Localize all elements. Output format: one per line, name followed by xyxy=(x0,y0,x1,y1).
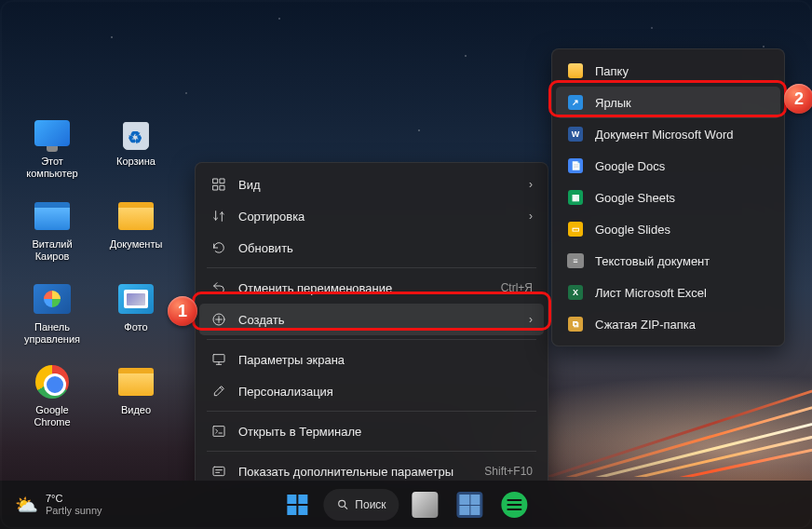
undo-icon xyxy=(210,279,227,296)
menu-item-open-terminal[interactable]: Открыть в Терминале xyxy=(199,415,544,447)
svg-rect-2 xyxy=(213,185,218,190)
submenu-item-txt[interactable]: ≡ Текстовый документ xyxy=(556,245,780,277)
word-icon: W xyxy=(568,127,583,142)
svg-point-8 xyxy=(339,500,345,507)
menu-label: Google Slides xyxy=(595,223,769,237)
weather-temp: 7°C xyxy=(46,493,102,505)
menu-item-new[interactable]: Создать › xyxy=(199,304,544,335)
menu-separator xyxy=(207,267,536,268)
plus-icon xyxy=(210,311,227,328)
windows-icon xyxy=(287,495,307,515)
menu-label: Сжатая ZIP-папка xyxy=(595,318,769,332)
menu-item-refresh[interactable]: Обновить xyxy=(199,232,544,264)
submenu-item-gslides[interactable]: ▭ Google Slides xyxy=(556,213,780,245)
submenu-item-zip[interactable]: ⧉ Сжатая ZIP-папка xyxy=(556,308,780,340)
monitor-icon xyxy=(34,120,70,146)
icon-label: Этот компьютер xyxy=(20,156,84,180)
chevron-right-icon: › xyxy=(529,178,533,191)
gsheets-icon: ▦ xyxy=(568,190,583,205)
menu-label: Обновить xyxy=(238,241,533,255)
menu-item-personalize[interactable]: Персонализация xyxy=(199,375,544,407)
taskbar: ⛅ 7°C Partly sunny Поиск xyxy=(0,481,812,529)
desktop-icon-chrome[interactable]: Google Chrome xyxy=(20,362,84,428)
search-icon xyxy=(336,498,349,511)
svg-rect-3 xyxy=(220,185,224,190)
submenu-item-word[interactable]: W Документ Microsoft Word xyxy=(556,118,780,150)
photos-icon xyxy=(118,284,154,314)
taskbar-app-calc[interactable] xyxy=(452,486,489,523)
start-button[interactable] xyxy=(278,486,316,523)
folder-icon xyxy=(34,202,70,230)
menu-item-view[interactable]: Вид › xyxy=(199,169,544,200)
shortcut-icon: ↗ xyxy=(568,95,583,110)
chevron-right-icon: › xyxy=(529,210,533,223)
chevron-right-icon: › xyxy=(529,313,533,326)
icon-label: Документы xyxy=(110,238,163,251)
folder-icon xyxy=(568,63,583,78)
taskbar-app-spotify[interactable] xyxy=(496,486,534,523)
display-icon xyxy=(210,351,227,368)
control-panel-icon xyxy=(34,284,71,314)
search-placeholder: Поиск xyxy=(355,498,386,511)
menu-label: Документ Microsoft Word xyxy=(595,128,769,142)
sort-icon xyxy=(210,208,227,224)
folder-icon xyxy=(118,368,154,396)
desktop-icons-grid: Этот компьютер ♻ Корзина Виталий Каиров … xyxy=(20,114,169,445)
calc-icon xyxy=(457,492,483,518)
svg-rect-1 xyxy=(220,179,224,183)
icon-label: Панель управления xyxy=(20,321,84,346)
new-submenu: Папку ↗ Ярлык W Документ Microsoft Word … xyxy=(551,48,785,346)
spotify-icon xyxy=(502,492,528,518)
desktop-icon-this-pc[interactable]: Этот компьютер xyxy=(20,114,84,180)
desktop-icon-user-folder[interactable]: Виталий Каиров xyxy=(20,197,84,263)
menu-separator xyxy=(207,339,536,340)
icon-label: Видео xyxy=(121,404,151,416)
brush-icon xyxy=(210,383,227,400)
menu-label: Текстовый документ xyxy=(595,254,769,268)
menu-label: Вид xyxy=(238,178,510,192)
menu-label: Лист Microsoft Excel xyxy=(595,286,769,300)
gslides-icon: ▭ xyxy=(568,222,583,237)
menu-label: Ярлык xyxy=(595,96,769,110)
menu-label: Параметры экрана xyxy=(238,353,533,367)
zip-icon: ⧉ xyxy=(568,317,583,332)
menu-item-undo-rename[interactable]: Отменить переименование Ctrl+Я xyxy=(199,272,544,304)
taskbar-weather[interactable]: ⛅ 7°C Partly sunny xyxy=(7,489,110,521)
menu-item-display-settings[interactable]: Параметры экрана xyxy=(199,344,544,375)
desktop-icon-photos[interactable]: Фото xyxy=(104,279,168,346)
submenu-item-excel[interactable]: X Лист Microsoft Excel xyxy=(556,277,780,308)
shortcut-label: Ctrl+Я xyxy=(501,281,533,294)
taskbar-search[interactable]: Поиск xyxy=(323,489,399,521)
weather-condition: Partly sunny xyxy=(46,505,102,517)
menu-label: Google Sheets xyxy=(595,191,769,205)
excel-icon: X xyxy=(568,285,583,300)
desktop-icon-video[interactable]: Видео xyxy=(104,362,168,428)
recycle-icon: ♻ xyxy=(117,115,155,152)
desktop-icon-control-panel[interactable]: Панель управления xyxy=(20,279,84,346)
submenu-item-gsheets[interactable]: ▦ Google Sheets xyxy=(556,182,780,213)
desktop-icon-documents[interactable]: Документы xyxy=(104,197,168,263)
chrome-icon xyxy=(35,365,69,399)
menu-item-sort[interactable]: Сортировка › xyxy=(199,200,544,232)
folder-icon xyxy=(118,202,154,230)
taskview-icon xyxy=(413,492,439,518)
submenu-item-folder[interactable]: Папку xyxy=(556,55,780,87)
icon-label: Виталий Каиров xyxy=(20,238,84,263)
gdocs-icon: 📄 xyxy=(568,158,583,173)
menu-label: Сортировка xyxy=(238,210,510,224)
svg-rect-5 xyxy=(213,355,224,362)
refresh-icon xyxy=(210,239,227,256)
terminal-icon xyxy=(210,423,227,440)
menu-label: Показать дополнительные параметры xyxy=(238,465,473,479)
desktop-icon-recycle-bin[interactable]: ♻ Корзина xyxy=(104,114,168,180)
svg-rect-6 xyxy=(213,427,224,437)
submenu-item-gdocs[interactable]: 📄 Google Docs xyxy=(556,150,780,182)
menu-label: Google Docs xyxy=(595,159,769,173)
txt-icon: ≡ xyxy=(567,253,584,268)
menu-label: Открыть в Терминале xyxy=(238,425,533,439)
menu-separator xyxy=(207,451,536,452)
submenu-item-shortcut[interactable]: ↗ Ярлык xyxy=(556,87,780,118)
task-view-button[interactable] xyxy=(407,486,444,523)
menu-label: Папку xyxy=(595,64,769,78)
icon-label: Корзина xyxy=(116,156,156,168)
